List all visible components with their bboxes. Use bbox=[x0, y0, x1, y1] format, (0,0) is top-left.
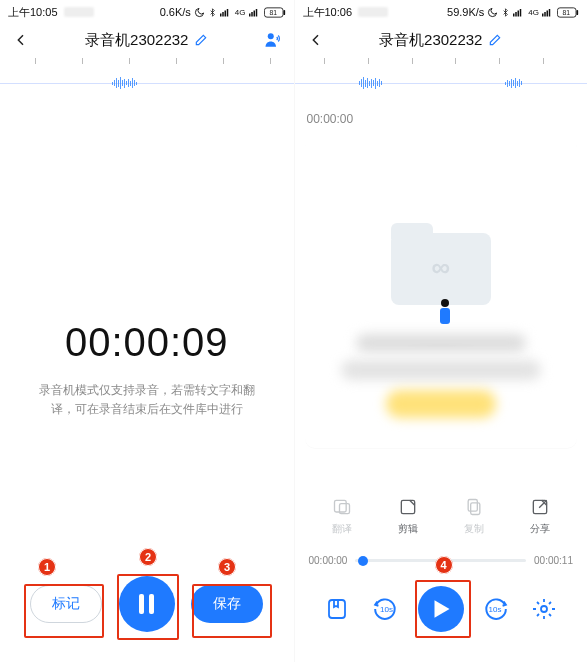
toolbar: 翻译 剪辑 复制 分享 bbox=[295, 496, 588, 536]
svg-text:81: 81 bbox=[269, 9, 277, 16]
svg-rect-5 bbox=[251, 12, 253, 17]
annotation-badge-4: 4 bbox=[435, 556, 453, 574]
blurred-text-2 bbox=[341, 360, 541, 380]
svg-point-11 bbox=[267, 33, 273, 39]
signal2-icon bbox=[249, 7, 261, 17]
playback-screen: 上午10:06 59.9K/s 4G 81 bbox=[294, 0, 588, 662]
mark-button[interactable]: 标记 bbox=[30, 585, 102, 623]
trim-icon bbox=[397, 496, 419, 518]
svg-rect-13 bbox=[516, 12, 518, 17]
status-4g: 4G bbox=[235, 8, 246, 17]
header: 录音机2302232 bbox=[295, 22, 588, 58]
progress-start: 00:00:00 bbox=[309, 555, 348, 566]
svg-rect-26 bbox=[468, 500, 477, 512]
svg-rect-27 bbox=[470, 503, 479, 515]
save-button[interactable]: 保存 bbox=[191, 585, 263, 623]
back-button[interactable] bbox=[10, 29, 32, 51]
svg-rect-2 bbox=[224, 11, 226, 17]
status-right: 59.9K/s 4G 81 bbox=[447, 6, 579, 18]
recording-hint: 录音机模式仅支持录音，若需转文字和翻 译，可在录音结束后在文件库中进行 bbox=[20, 381, 274, 419]
svg-rect-4 bbox=[249, 14, 251, 17]
share-icon bbox=[529, 496, 551, 518]
svg-rect-16 bbox=[542, 14, 544, 17]
play-icon bbox=[433, 599, 451, 619]
svg-rect-3 bbox=[227, 9, 229, 17]
status-time: 上午10:06 bbox=[303, 5, 353, 20]
tool-share[interactable]: 分享 bbox=[512, 496, 568, 536]
annotation-badge-1: 1 bbox=[38, 558, 56, 576]
infinity-icon: ∞ bbox=[431, 252, 450, 283]
back-button[interactable] bbox=[305, 29, 327, 51]
page-title: 录音机2302232 bbox=[85, 31, 188, 50]
tool-trim[interactable]: 剪辑 bbox=[380, 496, 436, 536]
bluetooth-icon bbox=[208, 7, 217, 18]
signal2-icon bbox=[542, 7, 554, 17]
status-carrier-blur bbox=[64, 7, 94, 17]
svg-rect-1 bbox=[222, 12, 224, 17]
recording-timer: 00:00:09 bbox=[20, 320, 274, 365]
status-time: 上午10:05 bbox=[8, 5, 58, 20]
header: 录音机2302232 bbox=[0, 22, 294, 58]
svg-rect-23 bbox=[334, 500, 346, 512]
playback-controls: 10s 10s bbox=[295, 586, 588, 632]
svg-rect-9 bbox=[283, 9, 285, 14]
svg-point-30 bbox=[541, 606, 547, 612]
rewind-10s-button[interactable]: 10s bbox=[368, 591, 404, 627]
waveform[interactable] bbox=[295, 58, 588, 108]
blurred-button bbox=[386, 390, 496, 418]
pause-icon bbox=[139, 594, 154, 614]
play-button[interactable] bbox=[418, 586, 464, 632]
edit-title-icon[interactable] bbox=[488, 33, 502, 47]
svg-rect-7 bbox=[255, 9, 257, 17]
battery-icon: 81 bbox=[557, 7, 579, 18]
annotation-badge-3: 3 bbox=[218, 558, 236, 576]
status-right: 0.6K/s 4G 81 bbox=[160, 6, 286, 18]
svg-rect-17 bbox=[544, 12, 546, 17]
status-net: 59.9K/s bbox=[447, 6, 484, 18]
svg-rect-21 bbox=[576, 9, 578, 14]
svg-rect-29 bbox=[329, 600, 345, 618]
copy-icon bbox=[463, 496, 485, 518]
translate-icon bbox=[331, 496, 353, 518]
battery-icon: 81 bbox=[264, 7, 286, 18]
tool-copy: 复制 bbox=[446, 496, 502, 536]
svg-rect-19 bbox=[549, 9, 551, 17]
svg-rect-14 bbox=[518, 11, 520, 17]
edit-title-icon[interactable] bbox=[194, 33, 208, 47]
transcript-card: ∞ bbox=[305, 138, 578, 448]
recording-screen: 上午10:05 0.6K/s 4G 81 bbox=[0, 0, 294, 662]
bluetooth-icon bbox=[501, 7, 510, 18]
progress-end: 00:00:11 bbox=[534, 555, 573, 566]
status-bar: 上午10:05 0.6K/s 4G 81 bbox=[0, 0, 294, 22]
waveform bbox=[0, 58, 294, 108]
progress-thumb[interactable] bbox=[358, 556, 368, 566]
annotation-badge-2: 2 bbox=[139, 548, 157, 566]
pause-record-button[interactable] bbox=[119, 576, 175, 632]
signal-icon bbox=[220, 7, 232, 17]
status-net: 0.6K/s bbox=[160, 6, 191, 18]
svg-text:81: 81 bbox=[563, 9, 571, 16]
svg-rect-15 bbox=[520, 9, 522, 17]
svg-rect-12 bbox=[513, 14, 515, 17]
status-carrier-blur bbox=[358, 7, 388, 17]
blurred-text-1 bbox=[356, 334, 526, 352]
flag-list-button[interactable] bbox=[319, 591, 355, 627]
moon-icon bbox=[194, 7, 205, 18]
moon-icon bbox=[487, 7, 498, 18]
forward-10s-button[interactable]: 10s bbox=[477, 591, 513, 627]
signal-icon bbox=[513, 7, 525, 17]
page-title: 录音机2302232 bbox=[379, 31, 482, 50]
svg-rect-18 bbox=[547, 11, 549, 17]
tool-translate: 翻译 bbox=[314, 496, 370, 536]
speaker-icon[interactable] bbox=[262, 29, 284, 51]
svg-rect-6 bbox=[253, 11, 255, 17]
svg-rect-0 bbox=[220, 14, 222, 17]
settings-button[interactable] bbox=[526, 591, 562, 627]
playback-timecode: 00:00:00 bbox=[295, 108, 588, 132]
status-4g: 4G bbox=[528, 8, 539, 17]
svg-rect-25 bbox=[401, 500, 414, 513]
status-bar: 上午10:06 59.9K/s 4G 81 bbox=[295, 0, 588, 22]
